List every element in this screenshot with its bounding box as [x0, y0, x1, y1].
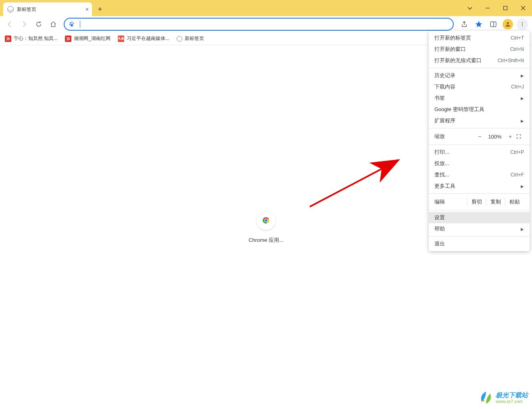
- chrome-apps-label: Chrome 应用...: [248, 237, 284, 244]
- menu-bookmarks[interactable]: 书签▶: [429, 92, 530, 104]
- menu-label: 下载内容: [434, 83, 455, 90]
- menu-label: 缩放: [434, 133, 445, 140]
- menu-label: 打开新的无痕式窗口: [434, 57, 482, 64]
- menu-separator: [429, 236, 530, 237]
- menu-label: 投放...: [434, 160, 449, 167]
- title-bar: 新标签页 × +: [0, 0, 532, 16]
- new-tab-button[interactable]: +: [94, 4, 106, 15]
- fullscreen-button[interactable]: [516, 134, 524, 139]
- svg-point-18: [483, 400, 485, 402]
- more-menu-button[interactable]: [516, 18, 529, 31]
- menu-label: Google 密码管理工具: [434, 106, 484, 113]
- menu-separator: [429, 210, 530, 210]
- site-icon: 头条: [118, 36, 124, 42]
- svg-rect-1: [504, 6, 507, 10]
- chevron-right-icon: ▶: [521, 119, 524, 123]
- menu-new-window[interactable]: 打开新的窗口Ctrl+N: [429, 44, 530, 55]
- bookmark-label: 习近平在越南媒体...: [127, 35, 169, 42]
- chevron-right-icon: ▶: [521, 96, 524, 101]
- menu-label: 书签: [434, 94, 445, 102]
- bookmark-label: 新标签页: [185, 35, 204, 42]
- menu-help[interactable]: 帮助▶: [429, 223, 530, 235]
- menu-print[interactable]: 打印...Ctrl+P: [429, 147, 530, 158]
- tab-close-icon[interactable]: ×: [86, 6, 89, 13]
- edit-paste-button[interactable]: 粘贴: [505, 198, 524, 206]
- menu-shortcut: Ctrl+N: [510, 46, 524, 52]
- menu-find[interactable]: 查找...Ctrl+F: [429, 169, 530, 180]
- menu-more-tools[interactable]: 更多工具▶: [429, 180, 530, 192]
- reload-button[interactable]: [32, 18, 45, 31]
- edit-copy-button[interactable]: 复制: [486, 198, 505, 206]
- menu-new-incognito[interactable]: 打开新的无痕式窗口Ctrl+Shift+N: [429, 55, 530, 66]
- chevron-right-icon: ▶: [521, 227, 524, 231]
- menu-passwords[interactable]: Google 密码管理工具: [429, 104, 530, 115]
- tab-title: 新标签页: [17, 6, 36, 13]
- svg-point-5: [71, 21, 73, 23]
- menu-label: 帮助: [434, 225, 445, 233]
- svg-point-7: [69, 24, 71, 25]
- svg-point-4: [70, 22, 71, 24]
- bookmark-star-icon[interactable]: [472, 18, 485, 31]
- svg-point-13: [522, 25, 523, 26]
- menu-label: 更多工具: [434, 182, 455, 190]
- menu-label: 扩展程序: [434, 117, 455, 124]
- site-icon: [5, 36, 11, 42]
- watermark-url: www.xz7.com: [496, 399, 528, 404]
- kebab-icon: [517, 19, 528, 30]
- menu-separator: [429, 68, 530, 68]
- chrome-apps-shortcut[interactable]: Chrome 应用...: [248, 211, 284, 244]
- browser-tab[interactable]: 新标签页 ×: [3, 2, 92, 16]
- menu-edit: 编辑 剪切 复制 粘贴: [429, 195, 530, 208]
- menu-downloads[interactable]: 下载内容Ctrl+J: [429, 81, 530, 92]
- menu-cast[interactable]: 投放...: [429, 158, 530, 169]
- globe-icon: [7, 6, 14, 13]
- menu-exit[interactable]: 退出: [429, 238, 530, 250]
- menu-label: 打开新的标签页: [434, 34, 471, 42]
- menu-label: 查找...: [434, 171, 449, 178]
- menu-new-tab[interactable]: 打开新的标签页Ctrl+T: [429, 32, 530, 44]
- menu-zoom: 缩放 − 100% +: [429, 130, 530, 143]
- menu-history[interactable]: 历史记录▶: [429, 70, 530, 81]
- chevron-down-icon[interactable]: [461, 0, 479, 16]
- watermark-logo-icon: [479, 390, 493, 405]
- menu-shortcut: Ctrl+T: [511, 35, 524, 41]
- menu-shortcut: Ctrl+F: [511, 172, 524, 178]
- menu-shortcut: Ctrl+J: [511, 84, 524, 90]
- chevron-right-icon: ▶: [521, 73, 524, 78]
- share-icon[interactable]: [458, 18, 471, 31]
- address-bar[interactable]: [64, 18, 454, 31]
- menu-label: 编辑: [434, 198, 445, 206]
- edit-cut-button[interactable]: 剪切: [467, 198, 486, 206]
- back-button[interactable]: [3, 18, 16, 31]
- bookmark-item[interactable]: 头条 习近平在越南媒体...: [118, 35, 169, 42]
- svg-point-11: [522, 22, 523, 23]
- zoom-out-button[interactable]: −: [474, 133, 485, 140]
- menu-separator: [429, 193, 530, 194]
- menu-label: 退出: [434, 240, 445, 247]
- bookmark-item[interactable]: 宁心：知其然 知其...: [5, 35, 58, 42]
- forward-button[interactable]: [18, 18, 31, 31]
- menu-shortcut: Ctrl+P: [510, 149, 524, 155]
- bookmark-item[interactable]: 湘潮网_湖南红网: [65, 35, 111, 42]
- globe-icon: [177, 36, 182, 42]
- menu-label: 打印...: [434, 149, 449, 156]
- close-button[interactable]: [514, 0, 532, 16]
- menu-extensions[interactable]: 扩展程序▶: [429, 115, 530, 126]
- profile-avatar-icon: [503, 19, 513, 29]
- menu-label: 设置: [434, 214, 445, 221]
- side-panel-icon[interactable]: [487, 18, 500, 31]
- caret-icon: [80, 21, 80, 28]
- menu-shortcut: Ctrl+Shift+N: [498, 58, 524, 63]
- chrome-logo-icon: [257, 211, 276, 230]
- maximize-button[interactable]: [497, 0, 514, 16]
- zoom-in-button[interactable]: +: [505, 133, 516, 140]
- home-button[interactable]: [47, 18, 60, 31]
- profile-button[interactable]: [501, 18, 514, 31]
- bookmark-label: 湘潮网_湖南红网: [74, 35, 111, 42]
- bookmark-item[interactable]: 新标签页: [177, 35, 204, 42]
- menu-settings[interactable]: 设置: [429, 212, 530, 223]
- menu-label: 打开新的窗口: [434, 46, 466, 53]
- svg-point-6: [73, 23, 74, 24]
- baidu-paw-icon: [69, 21, 75, 27]
- minimize-button[interactable]: [479, 0, 497, 16]
